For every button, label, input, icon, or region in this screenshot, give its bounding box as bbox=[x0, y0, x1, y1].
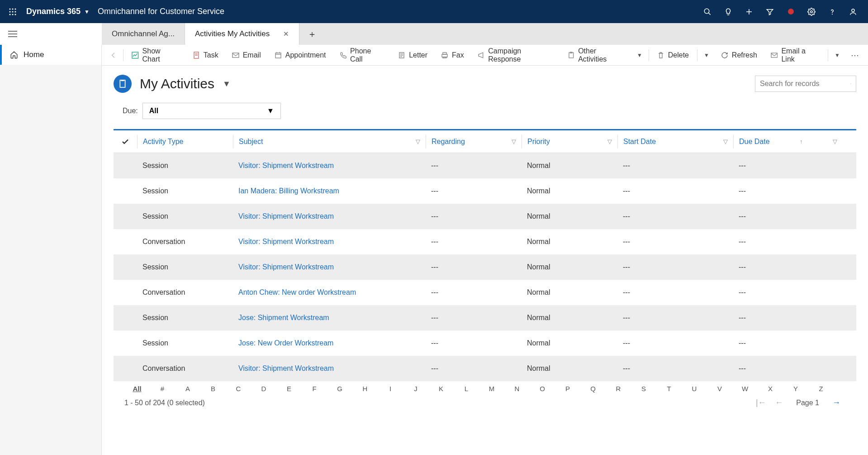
back-button[interactable] bbox=[105, 52, 121, 59]
record-search[interactable] bbox=[755, 76, 856, 92]
cell-subject[interactable]: Visitor: Shipment Workstream bbox=[233, 263, 426, 271]
alpha-filter-y[interactable]: Y bbox=[783, 385, 808, 393]
sidebar-item-home[interactable]: Home bbox=[0, 45, 101, 65]
column-start-date[interactable]: Start Date▽ bbox=[617, 135, 733, 148]
email-link-button[interactable]: Email a Link bbox=[764, 45, 826, 66]
cell-subject[interactable]: Visitor: Shipment Workstream bbox=[233, 162, 426, 170]
filter-icon[interactable]: ▽ bbox=[512, 138, 516, 145]
first-page-button[interactable]: |← bbox=[752, 398, 770, 407]
refresh-button[interactable]: Refresh bbox=[715, 45, 764, 66]
alpha-filter-x[interactable]: X bbox=[758, 385, 783, 393]
help-icon[interactable] bbox=[822, 0, 843, 23]
more-commands-button[interactable]: ⋯ bbox=[845, 50, 864, 60]
user-icon[interactable] bbox=[843, 0, 863, 23]
cell-subject[interactable]: Anton Chew: New order Workstream bbox=[233, 288, 426, 297]
alpha-filter-h[interactable]: H bbox=[352, 385, 378, 393]
alpha-filter-b[interactable]: B bbox=[200, 385, 226, 393]
alpha-filter-a[interactable]: A bbox=[175, 385, 200, 393]
cell-subject[interactable]: Jose: Shipment Workstream bbox=[233, 314, 426, 322]
table-row[interactable]: ConversationVisitor: Shipment Workstream… bbox=[114, 229, 856, 254]
alpha-filter-f[interactable]: F bbox=[302, 385, 327, 393]
delete-chevron[interactable]: ▼ bbox=[699, 52, 714, 58]
alpha-filter-o[interactable]: O bbox=[530, 385, 555, 393]
prev-page-button[interactable]: ← bbox=[770, 398, 788, 407]
cell-subject[interactable]: Visitor: Shipment Workstream bbox=[233, 238, 426, 246]
alpha-filter-p[interactable]: P bbox=[555, 385, 580, 393]
column-regarding[interactable]: Regarding▽ bbox=[426, 135, 522, 148]
column-subject[interactable]: Subject▽ bbox=[233, 135, 426, 148]
alpha-filter-l[interactable]: L bbox=[454, 385, 479, 393]
add-icon[interactable] bbox=[739, 0, 759, 23]
add-tab-button[interactable]: ＋ bbox=[299, 23, 325, 45]
fax-button[interactable]: Fax bbox=[435, 45, 470, 66]
cell-regarding: --- bbox=[426, 238, 522, 246]
table-row[interactable]: SessionJose: Shipment Workstream---Norma… bbox=[114, 305, 856, 330]
table-row[interactable]: SessionJose: New Order Workstream---Norm… bbox=[114, 330, 856, 356]
tab-omnichannel-agent[interactable]: Omnichannel Ag... bbox=[102, 23, 185, 45]
alpha-filter-w[interactable]: W bbox=[732, 385, 758, 393]
app-launcher-button[interactable] bbox=[5, 4, 21, 20]
alpha-filter-all[interactable]: All bbox=[124, 385, 150, 393]
campaign-response-button[interactable]: Campaign Response bbox=[471, 45, 560, 66]
search-icon[interactable] bbox=[697, 0, 718, 23]
task-button[interactable]: Task bbox=[186, 45, 225, 66]
alpha-filter-m[interactable]: M bbox=[479, 385, 504, 393]
alpha-filter-t[interactable]: T bbox=[656, 385, 682, 393]
close-icon[interactable]: ✕ bbox=[283, 30, 289, 38]
show-chart-button[interactable]: Show Chart bbox=[125, 45, 185, 66]
alpha-filter-k[interactable]: K bbox=[428, 385, 454, 393]
select-all-checkbox[interactable] bbox=[114, 135, 137, 148]
appointment-button[interactable]: Appointment bbox=[268, 45, 332, 66]
table-row[interactable]: SessionVisitor: Shipment Workstream---No… bbox=[114, 153, 856, 178]
delete-button[interactable]: Delete bbox=[651, 45, 695, 66]
alpha-filter-r[interactable]: R bbox=[606, 385, 631, 393]
hamburger-icon[interactable] bbox=[8, 30, 17, 38]
phone-call-button[interactable]: Phone Call bbox=[333, 45, 391, 66]
table-row[interactable]: ConversationVisitor: Shipment Workstream… bbox=[114, 356, 856, 381]
cell-subject[interactable]: Visitor: Shipment Workstream bbox=[233, 212, 426, 220]
filter-icon[interactable]: ▽ bbox=[723, 138, 728, 145]
alpha-filter-v[interactable]: V bbox=[707, 385, 732, 393]
record-indicator[interactable] bbox=[780, 0, 801, 23]
column-activity-type[interactable]: Activity Type bbox=[137, 135, 233, 148]
filter-icon[interactable]: ▽ bbox=[607, 138, 612, 145]
filter-icon[interactable] bbox=[759, 0, 780, 23]
brand-switcher[interactable]: Dynamics 365 ▼ bbox=[26, 7, 90, 16]
alpha-filter-i[interactable]: I bbox=[378, 385, 403, 393]
email-button[interactable]: Email bbox=[226, 45, 267, 66]
alpha-filter-g[interactable]: G bbox=[327, 385, 352, 393]
sort-asc-icon[interactable]: ↑ bbox=[800, 138, 803, 145]
column-due-date[interactable]: Due Date↑▽ bbox=[733, 135, 843, 148]
other-activities-chevron[interactable]: ▼ bbox=[632, 52, 647, 58]
table-row[interactable]: ConversationAnton Chew: New order Workst… bbox=[114, 280, 856, 305]
alpha-filter-c[interactable]: C bbox=[226, 385, 251, 393]
table-row[interactable]: SessionVisitor: Shipment Workstream---No… bbox=[114, 204, 856, 229]
alpha-filter-u[interactable]: U bbox=[682, 385, 707, 393]
alpha-filter-s[interactable]: S bbox=[631, 385, 656, 393]
other-activities-button[interactable]: Other Activities bbox=[561, 45, 631, 66]
settings-icon[interactable] bbox=[801, 0, 822, 23]
cell-subject[interactable]: Visitor: Shipment Workstream bbox=[233, 364, 426, 373]
alpha-filter-#[interactable]: # bbox=[150, 385, 175, 393]
filter-icon[interactable]: ▽ bbox=[833, 138, 837, 145]
alpha-filter-q[interactable]: Q bbox=[580, 385, 606, 393]
tab-activities[interactable]: Activities My Activities ✕ bbox=[185, 23, 299, 45]
email-link-chevron[interactable]: ▼ bbox=[830, 52, 844, 58]
column-priority[interactable]: Priority▽ bbox=[522, 135, 617, 148]
next-page-button[interactable]: → bbox=[827, 398, 845, 407]
letter-button[interactable]: Letter bbox=[392, 45, 434, 66]
search-input[interactable] bbox=[760, 80, 850, 88]
alpha-filter-z[interactable]: Z bbox=[808, 385, 834, 393]
view-switcher-chevron[interactable]: ▼ bbox=[223, 79, 231, 89]
table-row[interactable]: SessionVisitor: Shipment Workstream---No… bbox=[114, 254, 856, 280]
cell-subject[interactable]: Ian Madera: Billing Workstream bbox=[233, 187, 426, 195]
lightbulb-icon[interactable] bbox=[718, 0, 739, 23]
cell-subject[interactable]: Jose: New Order Workstream bbox=[233, 339, 426, 347]
filter-icon[interactable]: ▽ bbox=[416, 138, 420, 145]
alpha-filter-e[interactable]: E bbox=[276, 385, 302, 393]
table-row[interactable]: SessionIan Madera: Billing Workstream---… bbox=[114, 178, 856, 204]
alpha-filter-n[interactable]: N bbox=[504, 385, 530, 393]
alpha-filter-j[interactable]: J bbox=[403, 385, 428, 393]
due-select[interactable]: All ▼ bbox=[142, 103, 281, 119]
alpha-filter-d[interactable]: D bbox=[251, 385, 276, 393]
